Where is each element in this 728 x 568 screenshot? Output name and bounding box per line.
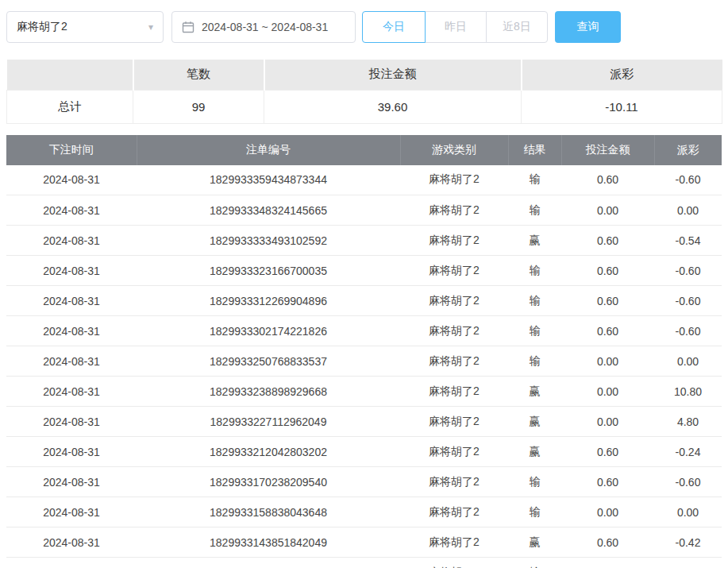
bet-result: 赢 xyxy=(508,527,561,558)
summary-header-row: 笔数 投注金额 派彩 xyxy=(7,60,722,90)
game-type: 麻将胡了2 xyxy=(400,437,508,467)
bet-table-body: 2024-08-311829933359434873344麻将胡了2输0.60-… xyxy=(6,165,722,568)
table-row: 2024-08-311829933302174221826麻将胡了2输0.60-… xyxy=(6,316,722,346)
bet-amount: 0.60 xyxy=(561,226,654,256)
table-row: 2024-08-311829933323166700035麻将胡了2输0.60-… xyxy=(6,256,722,286)
bet-amount: 0.60 xyxy=(561,256,654,286)
bet-amount: 0.60 xyxy=(561,316,654,346)
bet-payout: -0.42 xyxy=(654,527,722,558)
bet-date: 2024-08-31 xyxy=(6,558,137,568)
table-row: 2024-08-311829933128142421922麻将胡了2输0.000… xyxy=(6,558,722,568)
records-header-row: 下注时间 注单编号 游戏类别 结果 投注金额 派彩 xyxy=(6,135,722,165)
game-type: 麻将胡了2 xyxy=(400,195,508,226)
bet-id: 1829933212042803202 xyxy=(137,437,400,467)
quick-date-button-group: 今日 昨日 近8日 xyxy=(362,11,548,43)
col-header-bet-time: 下注时间 xyxy=(6,135,137,165)
bet-payout: -0.60 xyxy=(654,467,722,497)
bet-payout: 0.00 xyxy=(654,195,722,226)
today-button[interactable]: 今日 xyxy=(362,11,426,43)
bet-id: 1829933143851842049 xyxy=(137,527,400,558)
table-row: 2024-08-311829933158838043648麻将胡了2输0.000… xyxy=(6,497,722,527)
bet-payout: 0.00 xyxy=(654,346,722,377)
calendar-icon xyxy=(182,21,195,33)
col-header-bet-amount: 投注金额 xyxy=(561,135,654,165)
bet-id: 1829933227112962049 xyxy=(137,407,400,437)
bet-id: 1829933312269904896 xyxy=(137,286,400,316)
bet-payout: -0.60 xyxy=(654,316,722,346)
game-select[interactable]: 麻将胡了2 ▾ xyxy=(6,11,164,43)
bet-id: 1829933359434873344 xyxy=(137,165,400,195)
bet-date: 2024-08-31 xyxy=(6,467,137,497)
bet-date: 2024-08-31 xyxy=(6,256,137,286)
bet-result: 赢 xyxy=(508,437,561,467)
bet-payout: -0.60 xyxy=(654,165,722,195)
bet-payout: -0.54 xyxy=(654,226,722,256)
bet-payout: 0.00 xyxy=(654,497,722,527)
summary-header-empty xyxy=(7,60,133,90)
game-type: 麻将胡了2 xyxy=(400,407,508,437)
bet-amount: 0.00 xyxy=(561,558,654,568)
table-row: 2024-08-311829933227112962049麻将胡了2赢0.004… xyxy=(6,407,722,437)
bet-id: 1829933250768833537 xyxy=(137,346,400,377)
table-row: 2024-08-311829933359434873344麻将胡了2输0.60-… xyxy=(6,165,722,195)
bet-date: 2024-08-31 xyxy=(6,497,137,527)
summary-table: 笔数 投注金额 派彩 总计 99 39.60 -10.11 xyxy=(6,60,722,124)
game-type: 麻将胡了2 xyxy=(400,256,508,286)
game-type: 麻将胡了2 xyxy=(400,316,508,346)
game-type: 麻将胡了2 xyxy=(400,558,508,568)
bet-amount: 0.60 xyxy=(561,527,654,558)
game-type: 麻将胡了2 xyxy=(400,497,508,527)
col-header-payout: 派彩 xyxy=(654,135,722,165)
bet-amount: 0.60 xyxy=(561,467,654,497)
bet-date: 2024-08-31 xyxy=(6,316,137,346)
col-header-game-type: 游戏类别 xyxy=(400,135,508,165)
last-8-days-button[interactable]: 近8日 xyxy=(486,11,548,43)
bet-result: 输 xyxy=(508,346,561,377)
bet-date: 2024-08-31 xyxy=(6,195,137,226)
summary-header-payout: 派彩 xyxy=(522,60,722,90)
summary-total-payout: -10.11 xyxy=(522,90,722,123)
bet-date: 2024-08-31 xyxy=(6,377,137,407)
bet-result: 输 xyxy=(508,558,561,568)
bet-amount: 0.00 xyxy=(561,195,654,226)
bet-records-page: 麻将胡了2 ▾ 2024-08-31 ~ 2024-08-31 今日 昨日 近8… xyxy=(0,0,728,568)
bet-records-table: 下注时间 注单编号 游戏类别 结果 投注金额 派彩 2024-08-311829… xyxy=(6,135,722,568)
bet-date: 2024-08-31 xyxy=(6,226,137,256)
query-button[interactable]: 查询 xyxy=(555,11,621,43)
date-range-value: 2024-08-31 ~ 2024-08-31 xyxy=(202,21,328,33)
table-row: 2024-08-311829933312269904896麻将胡了2输0.60-… xyxy=(6,286,722,316)
game-type: 麻将胡了2 xyxy=(400,377,508,407)
bet-id: 1829933238898929668 xyxy=(137,377,400,407)
bet-id: 1829933348324145665 xyxy=(137,195,400,226)
bet-id: 1829933158838043648 xyxy=(137,497,400,527)
bet-result: 输 xyxy=(508,195,561,226)
bet-id: 1829933333493102592 xyxy=(137,226,400,256)
game-select-value: 麻将胡了2 xyxy=(17,20,67,34)
bet-amount: 0.60 xyxy=(561,437,654,467)
bet-id: 1829933323166700035 xyxy=(137,256,400,286)
bet-amount: 0.00 xyxy=(561,377,654,407)
table-row: 2024-08-311829933348324145665麻将胡了2输0.000… xyxy=(6,195,722,226)
bet-amount: 0.60 xyxy=(561,286,654,316)
summary-total-row: 总计 99 39.60 -10.11 xyxy=(7,90,722,123)
bet-id: 1829933170238209540 xyxy=(137,467,400,497)
game-type: 麻将胡了2 xyxy=(400,467,508,497)
game-type: 麻将胡了2 xyxy=(400,165,508,195)
table-row: 2024-08-311829933212042803202麻将胡了2赢0.60-… xyxy=(6,437,722,467)
table-row: 2024-08-311829933238898929668麻将胡了2赢0.001… xyxy=(6,377,722,407)
table-row: 2024-08-311829933170238209540麻将胡了2输0.60-… xyxy=(6,467,722,497)
summary-header-bet-amount: 投注金额 xyxy=(264,60,522,90)
chevron-down-icon: ▾ xyxy=(148,21,153,33)
bet-id: 1829933302174221826 xyxy=(137,316,400,346)
bet-payout: 10.80 xyxy=(654,377,722,407)
yesterday-button[interactable]: 昨日 xyxy=(425,11,487,43)
bet-date: 2024-08-31 xyxy=(6,346,137,377)
table-row: 2024-08-311829933250768833537麻将胡了2输0.000… xyxy=(6,346,722,377)
date-range-picker[interactable]: 2024-08-31 ~ 2024-08-31 xyxy=(171,11,356,43)
bet-payout: -0.60 xyxy=(654,286,722,316)
bet-date: 2024-08-31 xyxy=(6,407,137,437)
summary-total-count: 99 xyxy=(133,90,264,123)
bet-result: 赢 xyxy=(508,226,561,256)
bet-result: 输 xyxy=(508,467,561,497)
bet-date: 2024-08-31 xyxy=(6,165,137,195)
